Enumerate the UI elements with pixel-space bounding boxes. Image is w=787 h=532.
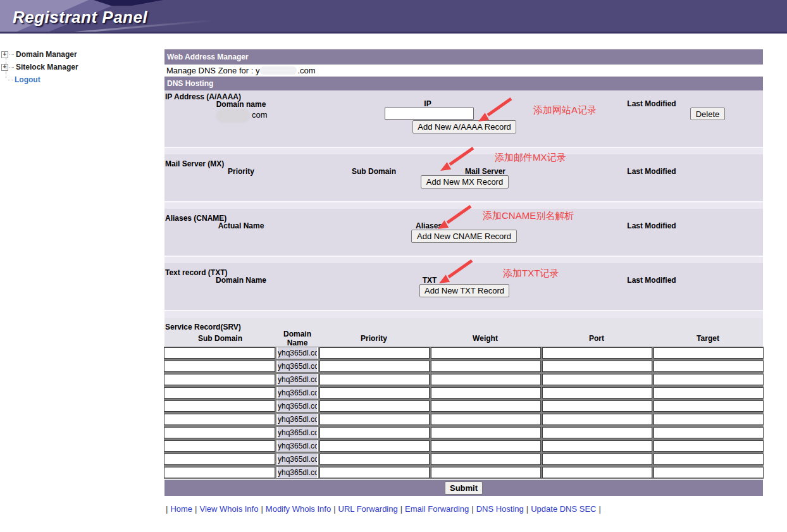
srv-weight-input[interactable] [431, 400, 541, 412]
srv-port-input[interactable] [542, 427, 652, 438]
srv-weight-input[interactable] [431, 387, 541, 399]
footer-link-email-forwarding[interactable]: Email Forwarding [405, 504, 469, 514]
srv-sub-domain-input[interactable] [164, 387, 275, 399]
footer-link-home[interactable]: Home [170, 504, 192, 514]
srv-target-input[interactable] [654, 440, 764, 452]
delete-a-record-button[interactable]: Delete [690, 108, 725, 120]
srv-weight-input[interactable] [431, 427, 541, 438]
a-ip-input[interactable] [385, 108, 474, 120]
zone-text-prefix: Manage DNS Zone for : y [166, 66, 259, 75]
srv-priority-input[interactable] [319, 454, 430, 465]
a-ip-header: IP [390, 99, 466, 108]
sidebar-item-sitelock-manager[interactable]: + Sitelock Manager [1, 61, 78, 73]
srv-priority-input[interactable] [319, 387, 430, 399]
expand-plus-icon[interactable]: + [1, 51, 8, 58]
srv-sub-domain-input[interactable] [164, 467, 275, 478]
srv-priority-input[interactable] [319, 374, 430, 385]
pipe-separator: | [166, 504, 168, 514]
srv-target-input[interactable] [654, 414, 764, 425]
srv-port-input[interactable] [542, 440, 652, 452]
srv-priority-input[interactable] [319, 361, 430, 372]
srv-target-input[interactable] [654, 374, 764, 385]
srv-row: yhq365dl.com [164, 427, 764, 438]
srv-weight-input[interactable] [431, 374, 541, 385]
sidebar-tree: + Domain Manager + Sitelock Manager Logo… [1, 48, 78, 86]
srv-sub-domain-input[interactable] [164, 414, 275, 425]
expand-plus-icon[interactable]: + [1, 64, 8, 71]
srv-weight-input[interactable] [431, 347, 541, 359]
footer-link-modify-whois[interactable]: Modify Whois Info [266, 504, 331, 514]
srv-weight-input[interactable] [431, 414, 541, 425]
srv-row: yhq365dl.com [164, 400, 764, 412]
srv-sub-domain-input[interactable] [164, 454, 275, 465]
srv-row: yhq365dl.com [164, 361, 764, 372]
srv-port-input[interactable] [542, 454, 652, 465]
footer-link-url-forwarding[interactable]: URL Forwarding [338, 504, 398, 514]
tree-connector [6, 58, 6, 78]
red-arrow-icon [438, 145, 476, 173]
dns-hosting-bar: DNS Hosting [164, 77, 763, 90]
a-last-modified-header: Last Modified [614, 99, 690, 108]
srv-target-input[interactable] [654, 427, 764, 438]
zone-text-suffix: .com [297, 66, 315, 75]
pipe-separator: | [400, 504, 402, 514]
srv-sub-domain-input[interactable] [164, 347, 275, 359]
srv-target-input[interactable] [654, 387, 764, 399]
a-record-annotation: 添加网站A记录 [533, 104, 597, 116]
pipe-separator: | [195, 504, 197, 514]
footer-link-view-whois[interactable]: View Whois Info [199, 504, 258, 514]
cname-last-modified-header: Last Modified [614, 221, 690, 230]
footer-link-update-dns-sec[interactable]: Update DNS SEC [531, 504, 596, 514]
srv-target-input[interactable] [654, 467, 764, 478]
srv-priority-input[interactable] [319, 400, 430, 412]
red-arrow-icon [435, 204, 473, 232]
srv-port-input[interactable] [542, 361, 652, 372]
srv-sub-domain-input[interactable] [164, 374, 275, 385]
srv-priority-input[interactable] [319, 440, 430, 452]
add-mx-record-button[interactable]: Add New MX Record [421, 175, 509, 189]
srv-row: yhq365dl.com [164, 374, 764, 385]
srv-weight-input[interactable] [431, 440, 541, 452]
srv-weight-input[interactable] [431, 454, 541, 465]
srv-target-input[interactable] [654, 347, 764, 359]
srv-weight-input[interactable] [431, 467, 541, 478]
add-cname-record-button[interactable]: Add New CNAME Record [411, 230, 517, 243]
txt-last-modified-header: Last Modified [614, 276, 690, 285]
srv-priority-input[interactable] [319, 427, 430, 438]
srv-port-input[interactable] [542, 467, 652, 478]
srv-priority-input[interactable] [319, 414, 430, 425]
srv-sub-domain-input[interactable] [164, 400, 275, 412]
srv-domain-cell: yhq365dl.com [276, 347, 318, 359]
srv-target-input[interactable] [654, 361, 764, 372]
a-domain-name-header: Domain name [203, 100, 279, 109]
cname-actual-name-header: Actual Name [203, 221, 279, 230]
srv-weight-input[interactable] [431, 361, 541, 372]
srv-port-header: Port [559, 334, 635, 343]
txt-record-annotation: 添加TXT记录 [503, 268, 559, 280]
submit-button[interactable]: Submit [445, 481, 483, 495]
srv-port-input[interactable] [542, 347, 652, 359]
srv-priority-input[interactable] [319, 347, 430, 359]
srv-port-input[interactable] [542, 374, 652, 385]
sidebar-item-domain-manager[interactable]: + Domain Manager [1, 48, 78, 61]
srv-domain-cell: yhq365dl.com [276, 374, 318, 385]
srv-priority-input[interactable] [319, 467, 430, 478]
srv-port-input[interactable] [542, 400, 652, 412]
srv-port-input[interactable] [542, 414, 652, 425]
registrant-panel-page: Registrant Panel + Domain Manager + Site… [0, 0, 787, 532]
add-txt-record-button[interactable]: Add New TXT Record [419, 284, 509, 297]
srv-target-input[interactable] [654, 454, 764, 465]
srv-target-input[interactable] [654, 400, 764, 412]
srv-sub-domain-input[interactable] [164, 361, 275, 372]
sidebar-item-label[interactable]: Domain Manager [16, 50, 77, 59]
srv-domain-cell: yhq365dl.com [276, 440, 318, 452]
sidebar-item-logout[interactable]: Logout [1, 73, 78, 86]
pipe-separator: | [333, 504, 335, 514]
srv-port-input[interactable] [542, 387, 652, 399]
sidebar-item-label[interactable]: Sitelock Manager [16, 63, 78, 71]
logout-link[interactable]: Logout [15, 75, 40, 84]
srv-sub-domain-input[interactable] [164, 440, 275, 452]
footer-link-dns-hosting[interactable]: DNS Hosting [476, 504, 524, 514]
srv-sub-domain-input[interactable] [164, 427, 275, 438]
srv-row: yhq365dl.com [164, 440, 764, 452]
